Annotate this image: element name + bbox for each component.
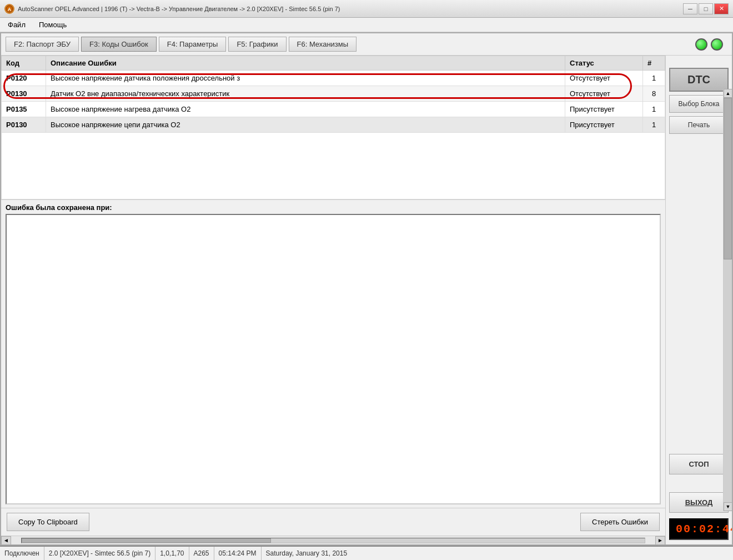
table-row[interactable]: P0120 Высокое напряжение датчика положен… (2, 71, 665, 86)
header-status: Статус (565, 56, 643, 71)
row-description: Датчик О2 вне диапазона/технических хара… (46, 86, 565, 102)
sidebar-spacer (669, 137, 729, 451)
scroll-track[interactable] (21, 538, 645, 543)
timer-display: 00:02:44 (669, 518, 729, 540)
row-status: Присутствует (565, 117, 643, 133)
row-count: 1 (643, 71, 665, 86)
status-light-2 (711, 38, 723, 51)
row-status: Отсутствует (565, 71, 643, 86)
toolbar: F2: Паспорт ЭБУ F3: Коды Ошибок F4: Пара… (1, 33, 732, 56)
lower-label: Ошибка была сохранена при: (6, 203, 661, 212)
btn-error-codes[interactable]: F3: Коды Ошибок (81, 37, 157, 52)
content-area: Код Описание Ошибки Статус # P0120 Высок… (1, 56, 732, 544)
btn-passport[interactable]: F2: Паспорт ЭБУ (6, 37, 79, 52)
v-scroll-track[interactable] (724, 98, 732, 502)
status-date: Saturday, January 31, 2015 (262, 547, 733, 560)
btn-mechanisms[interactable]: F6: Механизмы (289, 37, 357, 52)
main-content: Код Описание Ошибки Статус # P0120 Высок… (1, 56, 665, 544)
v-scroll-thumb[interactable] (724, 98, 732, 259)
minimize-button[interactable]: ─ (683, 3, 697, 14)
main-window: F2: Паспорт ЭБУ F3: Коды Ошибок F4: Пара… (0, 32, 733, 546)
row-code: P0130 (2, 86, 46, 102)
lower-section: Ошибка была сохранена при: (1, 199, 665, 508)
menu-bar: Файл Помощь (0, 18, 733, 32)
row-code: P0135 (2, 102, 46, 117)
close-button[interactable]: ✕ (714, 3, 729, 14)
empty-table-area (1, 133, 665, 199)
row-count: 1 (643, 102, 665, 117)
window-title: AutoScanner OPEL Advanced | 1996 (T) -> … (18, 6, 683, 12)
dtc-button[interactable]: DTC (669, 68, 729, 92)
sidebar: DTC Выбор Блока Печать СТОП ВЫХОД 00:02:… (665, 56, 732, 544)
row-count: 1 (643, 117, 665, 133)
row-status: Отсутствует (565, 86, 643, 102)
block-select-button[interactable]: Выбор Блока (669, 95, 729, 113)
status-bar: Подключен 2.0 [X20XEV] - Simtec 56.5 (pi… (0, 546, 733, 560)
btn-graphs[interactable]: F5: Графики (228, 37, 286, 52)
maximize-button[interactable]: □ (699, 3, 713, 14)
header-count: # (643, 56, 665, 71)
row-code: P0130 (2, 117, 46, 133)
sidebar-gap (669, 478, 729, 489)
status-version: 1,0,1,70 (155, 547, 189, 560)
menu-help[interactable]: Помощь (36, 19, 70, 30)
header-code: Код (2, 56, 46, 71)
scroll-left-arrow[interactable]: ◄ (1, 536, 11, 545)
status-light-1 (695, 38, 707, 51)
status-connection: Подключен (0, 547, 44, 560)
scroll-right-arrow[interactable]: ► (655, 536, 665, 545)
v-scroll-down-arrow[interactable]: ▼ (724, 502, 732, 511)
row-code: P0120 (2, 71, 46, 86)
status-code: A265 (189, 547, 214, 560)
row-description: Высокое напряжение датчика положения дро… (46, 71, 565, 86)
btn-parameters[interactable]: F4: Параметры (159, 37, 227, 52)
h-scrollbar[interactable]: ◄ ► (1, 536, 665, 544)
app-icon: A (4, 4, 14, 14)
print-button[interactable]: Печать (669, 116, 729, 134)
exit-button[interactable]: ВЫХОД (669, 492, 729, 513)
copy-to-clipboard-button[interactable]: Copy To Clipboard (7, 513, 89, 531)
status-time: 05:14:24 PM (214, 547, 262, 560)
v-scroll-up-arrow[interactable]: ▲ (724, 89, 732, 98)
stop-button[interactable]: СТОП (669, 454, 729, 474)
table-container: Код Описание Ошибки Статус # P0120 Высок… (1, 56, 665, 199)
table-row[interactable]: P0135 Высокое напряжение нагрева датчика… (2, 102, 665, 117)
v-scrollbar[interactable]: ▲ ▼ (723, 89, 732, 511)
title-bar: A AutoScanner OPEL Advanced | 1996 (T) -… (0, 0, 733, 18)
error-table: Код Описание Ошибки Статус # P0120 Высок… (1, 56, 665, 133)
row-status: Присутствует (565, 102, 643, 117)
menu-file[interactable]: Файл (4, 19, 29, 30)
table-row[interactable]: P0130 Датчик О2 вне диапазона/технически… (2, 86, 665, 102)
table-row[interactable]: P0130 Высокое напряжение цепи датчика О2… (2, 117, 665, 133)
row-description: Высокое напряжение цепи датчика О2 (46, 117, 565, 133)
status-module: 2.0 [X20XEV] - Simtec 56.5 (pin 7) (44, 547, 155, 560)
row-count: 8 (643, 86, 665, 102)
lower-textarea[interactable] (6, 214, 661, 504)
svg-text:A: A (8, 7, 12, 12)
bottom-bar: Copy To Clipboard Стереть Ошибки (1, 508, 665, 536)
window-controls: ─ □ ✕ (683, 3, 729, 14)
header-description: Описание Ошибки (46, 56, 565, 71)
scroll-thumb[interactable] (22, 538, 271, 543)
row-description: Высокое напряжение нагрева датчика О2 (46, 102, 565, 117)
status-lights (695, 38, 723, 51)
erase-errors-button[interactable]: Стереть Ошибки (580, 513, 660, 531)
